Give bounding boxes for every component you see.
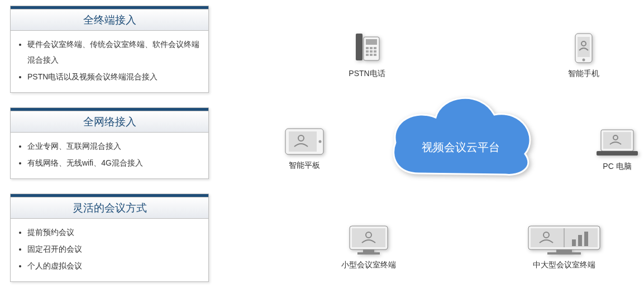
feature-panels: 全终端接入 硬件会议室终端、传统会议室终端、软件会议终端混合接入 PSTN电话以… — [10, 6, 209, 296]
svg-rect-11 — [374, 54, 376, 56]
node-label: PC 电脑 — [592, 162, 642, 172]
node-pstn-phone: PSTN电话 — [342, 32, 392, 79]
node-label: 智能平板 — [279, 161, 330, 171]
large-room-icon — [525, 224, 603, 258]
svg-rect-27 — [363, 249, 374, 252]
svg-point-18 — [319, 140, 322, 143]
svg-rect-5 — [374, 47, 376, 49]
panel-title: 全网络接入 — [11, 111, 208, 133]
svg-rect-37 — [547, 252, 581, 255]
list-item: 硬件会议室终端、传统会议室终端、软件会议终端混合接入 — [27, 36, 203, 68]
svg-rect-21 — [603, 132, 631, 149]
list-item: 个人的虚拟会议 — [27, 258, 203, 274]
svg-rect-0 — [356, 34, 362, 60]
node-large-room: 中大型会议室终端 — [519, 224, 609, 270]
panel-body: 提前预约会议 固定召开的会议 个人的虚拟会议 — [11, 219, 208, 281]
svg-rect-13 — [578, 37, 590, 57]
cloud-icon — [385, 84, 536, 185]
tablet-icon — [284, 128, 325, 158]
list-item: 提前预约会议 — [27, 224, 203, 240]
panel-body: 硬件会议室终端、传统会议室终端、软件会议终端混合接入 PSTN电话以及视频会议终… — [11, 31, 208, 92]
svg-rect-6 — [366, 50, 369, 53]
svg-rect-23 — [597, 151, 638, 156]
node-smartphone: 智能手机 — [559, 32, 609, 79]
list-item: PSTN电话以及视频会议终端混合接入 — [27, 69, 203, 84]
svg-rect-34 — [578, 235, 582, 246]
node-label: 中大型会议室终端 — [519, 260, 609, 270]
node-tablet: 智能平板 — [279, 128, 330, 171]
svg-rect-28 — [357, 252, 380, 255]
panel-network: 全网络接入 企业专网、互联网混合接入 有线网络、无线wifi、4G混合接入 — [10, 107, 209, 179]
node-small-room: 小型会议室终端 — [335, 224, 402, 270]
panel-meeting: 灵活的会议方式 提前预约会议 固定召开的会议 个人的虚拟会议 — [10, 194, 209, 282]
svg-rect-10 — [370, 54, 373, 56]
node-label: PSTN电话 — [342, 69, 392, 79]
svg-rect-33 — [572, 239, 576, 246]
svg-rect-35 — [584, 232, 588, 246]
node-label: 智能手机 — [559, 69, 609, 79]
list-item: 有线网络、无线wifi、4G混合接入 — [27, 155, 203, 171]
phone-icon — [352, 32, 381, 67]
architecture-diagram: 视频会议云平台 PSTN电话 — [223, 6, 637, 296]
panel-body: 企业专网、互联网混合接入 有线网络、无线wifi、4G混合接入 — [11, 133, 208, 178]
svg-rect-3 — [366, 47, 369, 49]
cloud-label: 视频会议云平台 — [385, 140, 536, 155]
panel-title: 全终端接入 — [11, 10, 208, 31]
svg-rect-17 — [289, 131, 317, 152]
svg-rect-8 — [374, 50, 376, 53]
svg-point-15 — [583, 59, 585, 62]
svg-rect-7 — [370, 50, 373, 53]
svg-rect-9 — [366, 54, 369, 56]
laptop-icon — [595, 128, 639, 159]
list-item: 企业专网、互联网混合接入 — [27, 138, 203, 154]
node-pc: PC 电脑 — [592, 128, 642, 172]
smartphone-icon — [572, 32, 595, 67]
small-room-icon — [346, 224, 391, 258]
list-item: 固定召开的会议 — [27, 241, 203, 257]
svg-rect-36 — [556, 249, 572, 252]
svg-rect-2 — [366, 39, 377, 45]
node-label: 小型会议室终端 — [335, 260, 402, 270]
cloud-platform: 视频会议云平台 — [385, 84, 536, 185]
panel-terminal: 全终端接入 硬件会议室终端、传统会议室终端、软件会议终端混合接入 PSTN电话以… — [10, 6, 209, 93]
svg-rect-4 — [370, 47, 373, 49]
panel-title: 灵活的会议方式 — [11, 197, 208, 219]
